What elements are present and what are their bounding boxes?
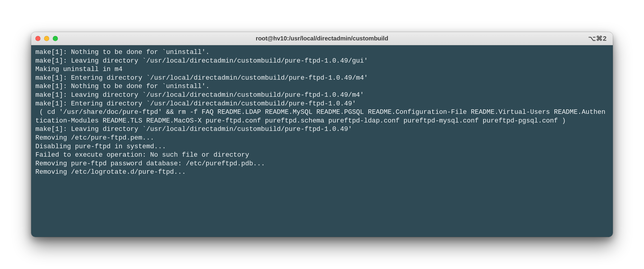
terminal-line: make[1]: Leaving directory `/usr/local/d…: [35, 57, 609, 66]
window-shortcut-label: ⌥⌘2: [588, 35, 609, 43]
close-icon[interactable]: [35, 36, 40, 41]
zoom-icon[interactable]: [53, 36, 58, 41]
terminal-line: Failed to execute operation: No such fil…: [35, 151, 609, 160]
terminal-line: Removing /etc/pure-ftpd.pem...: [35, 134, 609, 143]
terminal-line: make[1]: Entering directory `/usr/local/…: [35, 100, 609, 108]
titlebar[interactable]: root@hv10:/usr/local/directadmin/customb…: [31, 32, 613, 45]
terminal-line: Removing /etc/logrotate.d/pure-ftpd...: [35, 168, 609, 177]
terminal-output[interactable]: make[1]: Nothing to be done for `uninsta…: [31, 45, 613, 237]
terminal-line: Removing pure-ftpd password database: /e…: [35, 160, 609, 168]
terminal-line: make[1]: Entering directory `/usr/local/…: [35, 74, 609, 83]
terminal-line: Making uninstall in m4: [35, 65, 609, 74]
window-controls: [35, 36, 58, 41]
terminal-window: root@hv10:/usr/local/directadmin/customb…: [31, 32, 613, 237]
terminal-line: ( cd '/usr/share/doc/pure-ftpd' && rm -f…: [35, 108, 609, 125]
terminal-line: make[1]: Nothing to be done for `uninsta…: [35, 48, 609, 57]
terminal-line: make[1]: Leaving directory `/usr/local/d…: [35, 91, 609, 100]
terminal-line: Disabling pure-ftpd in systemd...: [35, 143, 609, 151]
terminal-line: make[1]: Leaving directory `/usr/local/d…: [35, 125, 609, 134]
terminal-line: make[1]: Nothing to be done for `uninsta…: [35, 82, 609, 91]
minimize-icon[interactable]: [44, 36, 49, 41]
window-title: root@hv10:/usr/local/directadmin/customb…: [31, 35, 613, 42]
